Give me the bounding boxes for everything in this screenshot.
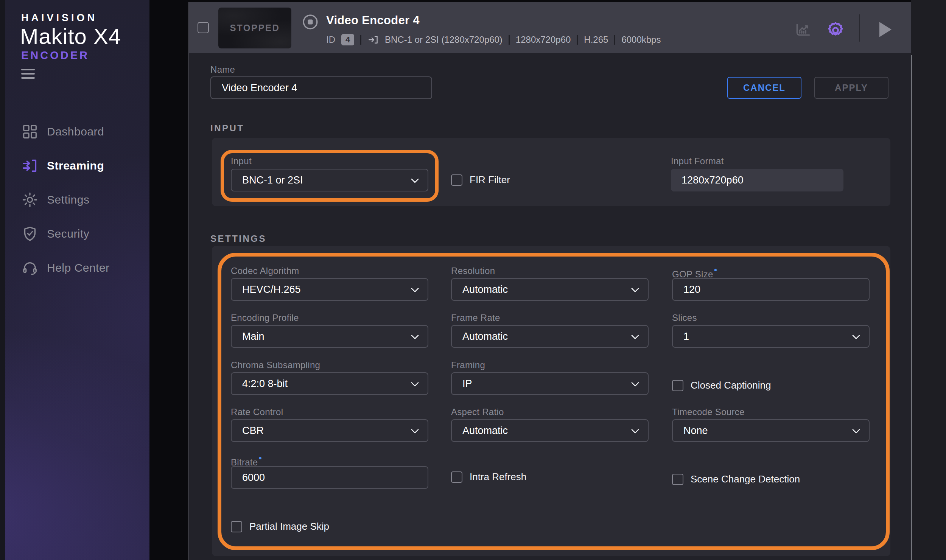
statistics-icon[interactable] xyxy=(794,20,812,39)
streaming-icon xyxy=(21,157,39,174)
chevron-down-icon xyxy=(631,379,639,387)
input-card: Input BNC-1 or 2SI FIR Filter Input Form… xyxy=(212,138,890,206)
sidebar-item-security[interactable]: Security xyxy=(0,217,149,251)
settings-section-heading: SETTINGS xyxy=(210,233,266,244)
sidebar: HAIVISION Makito X4 ENCODER Dashboard St… xyxy=(0,0,149,560)
meta-divider xyxy=(614,35,615,45)
haivision-logo: HAIVISION xyxy=(21,12,97,24)
sidebar-item-label: Settings xyxy=(47,193,89,206)
checkbox-box xyxy=(451,174,462,186)
fir-filter-checkbox[interactable]: FIR Filter xyxy=(451,174,510,186)
chevron-down-icon xyxy=(411,379,419,387)
input-section-heading: INPUT xyxy=(210,123,244,134)
scene-change-detection-checkbox[interactable]: Scene Change Detection xyxy=(672,473,800,485)
closed-captioning-checkbox[interactable]: Closed Captioning xyxy=(672,380,771,391)
framing-select[interactable]: IP xyxy=(451,372,649,395)
meta-bitrate: 6000kbps xyxy=(621,34,661,45)
hamburger-menu-icon[interactable] xyxy=(21,69,35,79)
checkbox-box xyxy=(672,474,683,485)
resolution-select[interactable]: Automatic xyxy=(451,278,649,301)
codec-algorithm-select[interactable]: HEVC/H.265 xyxy=(231,278,428,301)
input-source-icon xyxy=(367,34,379,45)
chroma-subsampling-label: Chroma Subsampling xyxy=(231,360,320,370)
sidebar-item-settings[interactable]: Settings xyxy=(0,183,149,217)
encoding-profile-select[interactable]: Main xyxy=(231,325,428,348)
frame-rate-value: Automatic xyxy=(462,326,508,347)
timecode-source-select[interactable]: None xyxy=(672,419,870,442)
required-marker: • xyxy=(258,453,262,463)
framing-label: Framing xyxy=(451,360,485,370)
input-label: Input xyxy=(231,156,252,166)
input-select[interactable]: BNC-1 or 2SI xyxy=(231,169,428,191)
gop-size-input[interactable] xyxy=(672,278,870,301)
timecode-source-value: None xyxy=(683,420,708,441)
meta-divider xyxy=(577,35,578,45)
preview-thumbnail[interactable]: STOPPED xyxy=(218,8,291,48)
chevron-down-icon xyxy=(852,426,860,434)
encoder-settings-gear-icon[interactable] xyxy=(826,20,845,39)
chevron-down-icon xyxy=(631,331,639,339)
codec-algorithm-value: HEVC/H.265 xyxy=(242,279,301,300)
gop-size-label: GOP Size• xyxy=(672,266,716,280)
timecode-source-label: Timecode Source xyxy=(672,407,745,417)
shield-check-icon xyxy=(21,225,39,243)
slices-value: 1 xyxy=(683,326,689,347)
meta-resolution: 1280x720p60 xyxy=(516,34,571,45)
bitrate-input[interactable] xyxy=(231,466,428,489)
checkbox-box xyxy=(231,521,242,532)
name-input[interactable] xyxy=(210,76,432,99)
partial-image-skip-label: Partial Image Skip xyxy=(249,521,329,532)
checkbox-box xyxy=(451,471,462,483)
chevron-down-icon xyxy=(411,331,419,339)
encoder-meta-row: ID 4 BNC-1 or 2SI (1280x720p60) 1280x720… xyxy=(326,34,661,45)
aspect-ratio-select[interactable]: Automatic xyxy=(451,419,649,442)
page-title: Video Encoder 4 xyxy=(326,14,420,27)
sidebar-item-help-center[interactable]: Help Center xyxy=(0,251,149,285)
select-encoder-checkbox[interactable] xyxy=(198,22,209,33)
closed-captioning-label: Closed Captioning xyxy=(691,380,771,391)
rate-control-value: CBR xyxy=(242,420,264,441)
sidebar-item-streaming[interactable]: Streaming xyxy=(0,149,149,183)
start-encoder-play-icon[interactable] xyxy=(879,22,892,37)
frame-rate-select[interactable]: Automatic xyxy=(451,325,649,348)
encoder-detail-panel: Name CANCEL APPLY INPUT Input BNC-1 or 2… xyxy=(189,53,911,560)
id-label: ID xyxy=(326,34,335,45)
chroma-subsampling-select[interactable]: 4:2:0 8-bit xyxy=(231,372,428,395)
chevron-down-icon xyxy=(411,175,419,183)
settings-card: Codec Algorithm HEVC/H.265 Encoding Prof… xyxy=(212,246,890,556)
aspect-ratio-label: Aspect Ratio xyxy=(451,407,504,417)
sidebar-item-dashboard[interactable]: Dashboard xyxy=(0,115,149,149)
header-divider xyxy=(859,14,860,42)
dashboard-icon xyxy=(21,123,39,140)
sidebar-item-label: Streaming xyxy=(47,159,104,172)
product-name: Makito X4 xyxy=(20,23,121,49)
cancel-button[interactable]: CANCEL xyxy=(727,77,801,99)
fir-filter-label: FIR Filter xyxy=(470,174,510,186)
chevron-down-icon xyxy=(852,331,860,339)
meta-divider xyxy=(360,35,361,45)
encoding-profile-value: Main xyxy=(242,326,265,347)
checkbox-box xyxy=(672,380,683,391)
meta-codec: H.265 xyxy=(584,34,608,45)
sidebar-item-label: Security xyxy=(47,227,89,240)
encoder-header-bar: STOPPED Video Encoder 4 ID 4 BNC-1 or 2S… xyxy=(189,2,911,53)
intra-refresh-checkbox[interactable]: Intra Refresh xyxy=(451,471,526,483)
name-label: Name xyxy=(210,64,235,75)
intra-refresh-label: Intra Refresh xyxy=(470,471,526,483)
scene-change-detection-label: Scene Change Detection xyxy=(691,473,800,485)
gear-icon xyxy=(21,191,39,208)
input-format-field: 1280x720p60 xyxy=(671,169,843,191)
frame-rate-label: Frame Rate xyxy=(451,313,500,323)
apply-button[interactable]: APPLY xyxy=(814,77,888,99)
slices-select[interactable]: 1 xyxy=(672,325,870,348)
product-role: ENCODER xyxy=(21,49,89,62)
id-badge: 4 xyxy=(341,34,354,45)
meta-input: BNC-1 or 2SI (1280x720p60) xyxy=(385,34,503,45)
input-select-value: BNC-1 or 2SI xyxy=(242,170,303,191)
rate-control-select[interactable]: CBR xyxy=(231,419,428,442)
meta-divider xyxy=(509,35,510,45)
partial-image-skip-checkbox[interactable]: Partial Image Skip xyxy=(231,521,329,532)
chevron-down-icon xyxy=(631,426,639,434)
encoding-profile-label: Encoding Profile xyxy=(231,313,299,323)
chevron-down-icon xyxy=(411,285,419,292)
